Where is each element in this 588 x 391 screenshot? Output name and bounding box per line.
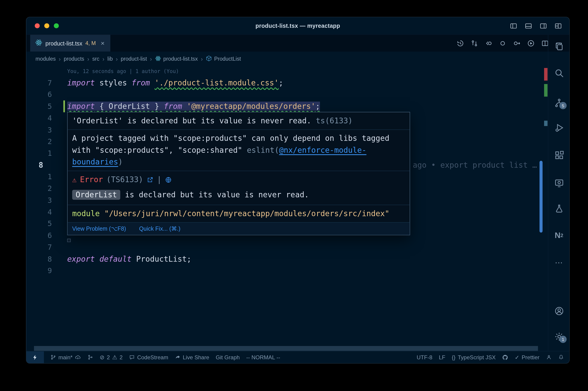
additional-views-icon[interactable]: ⋯ [554,257,564,268]
line-number[interactable]: 6 [26,229,52,241]
code-editor[interactable]: 7 6 5 4 3 2 1 8 1 2 3 4 5 6 7 8 9 You, 1… [26,66,549,352]
line-number-gutter: 7 6 5 4 3 2 1 8 1 2 3 4 5 6 7 8 9 [26,77,52,276]
code-line-import-styles[interactable]: import styles from './product-list.modul… [67,77,283,89]
compare-branch-item[interactable] [87,355,93,360]
notifications-bell-icon[interactable] [558,355,564,360]
search-icon[interactable] [554,68,564,78]
tab-product-list[interactable]: product-list.tsx 4, M × [30,35,110,51]
breadcrumb-item-products[interactable]: products [64,56,84,62]
line-number[interactable]: 3 [26,124,52,136]
line-number[interactable]: 8 [26,253,52,265]
line-number[interactable]: 1 [26,147,52,159]
open-external-icon[interactable] [147,176,154,183]
language-mode-item[interactable]: {} TypeScript JSX [452,354,496,360]
testing-icon[interactable] [554,203,564,214]
breadcrumb-item-modules[interactable]: modules [36,56,56,62]
line-number[interactable]: 2 [26,136,52,147]
minimize-window-button[interactable] [44,23,49,28]
breadcrumb-item-symbol[interactable]: ProductList [206,55,241,63]
line-number[interactable]: 6 [26,89,52,100]
github-item[interactable] [502,354,508,360]
line-number[interactable]: 4 [26,112,52,124]
warning-count: 2 [120,354,123,360]
extensions-icon[interactable] [554,150,564,161]
text [95,254,99,264]
quick-fix-action[interactable]: Quick Fix... (⌘.) [139,225,180,232]
history-icon[interactable] [456,39,464,47]
run-file-icon[interactable] [527,39,535,47]
keyword: default [99,254,132,264]
horizontal-scrollbar[interactable] [34,346,538,351]
chevron-right-icon: › [116,56,118,62]
line-number[interactable]: 5 [26,218,52,229]
overview-ruler-error-mark [544,68,548,81]
codestream-item[interactable]: CodeStream [129,354,168,360]
rule-prefix: eslint( [247,145,279,155]
keyword: from [164,101,182,111]
vertical-scrollbar[interactable] [540,161,543,233]
toggle-panel-icon[interactable] [524,22,533,30]
line-number[interactable]: 2 [26,183,52,194]
line-number[interactable]: 3 [26,194,52,206]
git-branch-item[interactable]: main* [50,354,81,360]
breadcrumb-item-src[interactable]: src [92,56,99,62]
feedback-person-icon[interactable] [546,355,552,360]
close-tab-icon[interactable]: × [101,40,105,46]
live-share-label: Live Share [183,354,209,360]
line-number[interactable]: 4 [26,206,52,218]
run-and-debug-icon[interactable] [554,122,564,133]
breadcrumb: modules › products › src › lib › product… [26,51,569,66]
zoom-window-button[interactable] [54,23,59,28]
vscode-window: product-list.tsx — myreactapp product-li… [26,17,570,363]
explorer-icon[interactable] [554,41,564,52]
vim-mode-indicator[interactable]: -- NORMAL -- [246,354,280,360]
live-share-item[interactable]: Live Share [175,354,209,360]
gitlens-blame-annotation: You, 12 seconds ago | 1 author (You) [67,66,179,77]
hover-diagnostics-popup: 'OrderList' is declared but its value is… [67,112,410,235]
encoding-item[interactable]: UTF-8 [417,354,432,360]
compare-changes-icon[interactable] [470,39,478,47]
code-line-export-default[interactable]: export default ProductList; [67,253,191,265]
outline-circle-icon[interactable] [499,39,507,47]
customize-layout-icon[interactable] [554,22,563,30]
navigate-back-icon[interactable] [485,39,493,47]
error-code: (TS6133) [106,174,143,186]
remote-explorer-icon[interactable] [554,178,564,188]
status-bar-right: UTF-8 LF {} TypeScript JSX ✓ Prettier [417,351,569,363]
line-number[interactable]: 5 [26,100,52,112]
titlebar-layout-buttons [509,17,563,34]
remote-indicator[interactable] [26,351,44,363]
breadcrumb-item-product-list[interactable]: product-list [121,56,147,62]
globe-icon[interactable] [165,176,172,183]
eol-item[interactable]: LF [439,354,445,360]
code-line-import-orderlist[interactable]: import { OrderList } from '@myreactapp/m… [67,101,320,112]
breadcrumb-symbol-label: ProductList [214,56,241,62]
breadcrumb-item-lib[interactable]: lib [107,56,113,62]
view-problem-action[interactable]: View Problem (⌥F8) [72,225,126,232]
module-path: "/Users/juri/nrwl/content/myreactapp/mod… [104,209,389,218]
line-number[interactable]: 9 [26,265,52,276]
problems-item[interactable]: ⊘ 2 ⚠ 2 [100,354,123,361]
circle-arrow-icon[interactable] [513,39,521,47]
nx-console-icon[interactable]: N2 [554,230,564,241]
identifier: { OrderList } [95,101,164,111]
git-graph-item[interactable]: Git Graph [216,354,240,360]
prettier-item[interactable]: ✓ Prettier [515,354,540,360]
current-line-number[interactable]: 8 [26,159,52,171]
accounts-icon[interactable] [554,305,564,316]
ts-diagnostic-message: 'OrderList' is declared but its value is… [68,112,410,130]
line-number[interactable]: 7 [26,77,52,89]
diagnostic-code: ts(6133) [316,116,352,125]
line-number[interactable]: 1 [26,171,52,183]
chevron-right-icon: › [59,56,61,62]
status-bar: main* ⊘ 2 ⚠ 2 CodeStream Live Share [26,351,569,363]
hover-resize-grip[interactable] [67,239,71,242]
keyword: import [67,101,95,111]
toggle-primary-sidebar-icon[interactable] [509,22,518,30]
toggle-secondary-sidebar-icon[interactable] [539,22,548,30]
line-number[interactable]: 7 [26,241,52,253]
error-header: ⚠ Error (TS6133) | [72,174,405,186]
symbol-chip: OrderList [72,190,120,200]
close-window-button[interactable] [35,23,40,28]
breadcrumb-item-file[interactable]: product-list.tsx [155,55,198,63]
